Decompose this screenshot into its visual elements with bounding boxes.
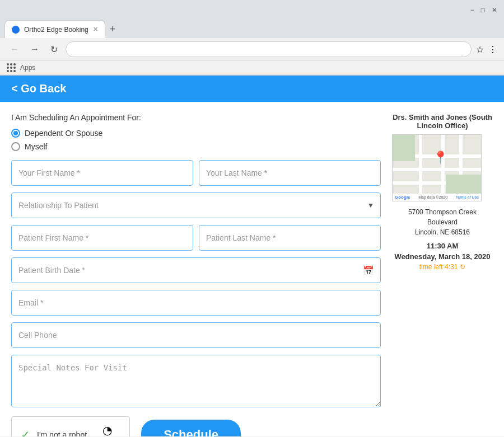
notes-wrapper	[11, 355, 381, 410]
recaptcha-icon: ◔	[102, 424, 112, 436]
relationship-select[interactable]: Relationship To Patient Parent Spouse Gu…	[11, 192, 381, 218]
page: < Go Back I Am Scheduling An Appointment…	[0, 76, 504, 436]
scheduling-label: I Am Scheduling An Appointment For:	[11, 113, 381, 122]
content-area: I Am Scheduling An Appointment For: Depe…	[0, 102, 504, 436]
email-input[interactable]	[11, 290, 381, 316]
window-controls: − □ ✕	[470, 6, 497, 14]
radio-dependent-label: Dependent Or Spouse	[25, 129, 102, 138]
captcha-check-icon: ✓	[21, 428, 30, 436]
nav-bar: ← → ↻ ☆ ⋮	[0, 38, 504, 61]
back-button[interactable]: ←	[7, 43, 22, 55]
name-row	[11, 160, 381, 186]
apps-grid-icon[interactable]	[7, 63, 16, 72]
address-bar[interactable]	[66, 41, 472, 57]
map-terms-link[interactable]: Terms of Use	[456, 195, 479, 199]
relationship-wrapper: Relationship To Patient Parent Spouse Gu…	[11, 192, 381, 218]
radio-dependent[interactable]: Dependent Or Spouse	[11, 129, 381, 138]
first-name-input[interactable]	[11, 160, 193, 186]
close-button[interactable]: ✕	[492, 6, 497, 14]
nav-right: ☆ ⋮	[476, 44, 497, 55]
birth-date-wrapper: 📅	[11, 257, 381, 283]
radio-myself-circle[interactable]	[11, 142, 20, 151]
apps-bar: Apps	[0, 61, 504, 75]
apps-label: Apps	[20, 64, 35, 72]
new-tab-button[interactable]: +	[105, 21, 120, 37]
form-section: I Am Scheduling An Appointment For: Depe…	[11, 113, 381, 436]
birth-date-input[interactable]	[11, 257, 381, 283]
appointment-date: Wednesday, March 18, 2020	[392, 252, 493, 261]
patient-last-name-input[interactable]	[199, 225, 381, 251]
maximize-button[interactable]: □	[481, 6, 485, 14]
captcha-label: I'm not a robot	[37, 430, 87, 436]
notes-textarea[interactable]	[11, 355, 381, 407]
address-info: 5700 Thompson Creek Boulevard Lincoln, N…	[392, 207, 493, 237]
go-back-bar[interactable]: < Go Back	[0, 76, 504, 102]
go-back-label[interactable]: < Go Back	[11, 82, 66, 95]
map-background: 📍 Google Map data ©2020 Terms of Use	[393, 135, 481, 201]
tab-favicon	[12, 26, 20, 34]
timer-row: time left 4:31 ↻	[392, 263, 493, 271]
reload-button[interactable]: ↻	[47, 43, 61, 56]
email-wrapper	[11, 290, 381, 316]
captcha-schedule-row: ✓ I'm not a robot ◔ reCAPTCHA Privacy - …	[11, 416, 381, 436]
phone-wrapper	[11, 322, 381, 348]
map-credit-text: Map data ©2020	[418, 195, 447, 199]
tab-title: Ortho2 Edge Booking	[24, 26, 88, 34]
radio-myself-label: Myself	[25, 142, 47, 151]
patient-name-row	[11, 225, 381, 251]
map-credit-bar: Google Map data ©2020 Terms of Use	[393, 194, 481, 201]
radio-group: Dependent Or Spouse Myself	[11, 129, 381, 151]
last-name-input[interactable]	[199, 160, 381, 186]
menu-icon[interactable]: ⋮	[488, 44, 497, 55]
phone-input[interactable]	[11, 322, 381, 348]
browser-chrome: − □ ✕ Ortho2 Edge Booking ✕ + ← → ↻ ☆ ⋮ …	[0, 0, 504, 76]
tab-bar: Ortho2 Edge Booking ✕ +	[0, 20, 504, 38]
schedule-button[interactable]: Schedule	[141, 420, 241, 436]
title-bar: − □ ✕	[0, 0, 504, 20]
office-name: Drs. Smith and Jones (South Lincoln Offi…	[392, 113, 493, 130]
timer-refresh-icon[interactable]: ↻	[460, 263, 465, 271]
address-line3: Lincoln, NE 68516	[415, 228, 470, 236]
google-logo: Google	[395, 195, 410, 200]
appointment-time: 11:30 AM	[392, 242, 493, 250]
patient-first-name-input[interactable]	[11, 225, 193, 251]
address-line1: 5700 Thompson Creek	[408, 208, 477, 216]
radio-myself[interactable]: Myself	[11, 142, 381, 151]
address-line2: Boulevard	[427, 218, 458, 226]
sidebar: Drs. Smith and Jones (South Lincoln Offi…	[392, 113, 493, 436]
active-tab[interactable]: Ortho2 Edge Booking ✕	[4, 20, 105, 38]
bookmark-icon[interactable]: ☆	[476, 44, 484, 55]
minimize-button[interactable]: −	[470, 6, 474, 14]
captcha-logo: ◔ reCAPTCHA Privacy - Terms	[94, 424, 120, 436]
radio-dependent-circle[interactable]	[11, 129, 20, 138]
timer-text: time left 4:31	[419, 263, 458, 271]
tab-close-button[interactable]: ✕	[93, 26, 98, 33]
captcha-box[interactable]: ✓ I'm not a robot ◔ reCAPTCHA Privacy - …	[11, 416, 130, 436]
forward-button[interactable]: →	[27, 43, 43, 55]
map-pin-icon: 📍	[433, 151, 448, 165]
map-container: 📍 Google Map data ©2020 Terms of Use	[392, 134, 482, 201]
